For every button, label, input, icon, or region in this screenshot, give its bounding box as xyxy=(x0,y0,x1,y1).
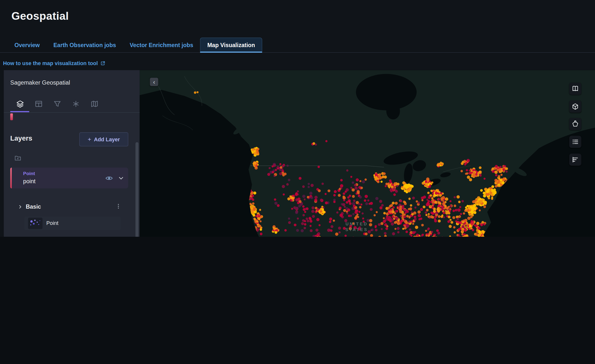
layers-tab[interactable] xyxy=(16,100,24,108)
page-title: Geospatial xyxy=(11,10,69,22)
add-layer-group-icon[interactable] xyxy=(14,154,22,162)
table-tab[interactable] xyxy=(35,100,43,108)
sidebar-scrollbar-thumb[interactable] xyxy=(135,142,138,237)
collapse-chevron-icon: ‹ xyxy=(153,79,155,85)
draw-polygon-button[interactable] xyxy=(569,118,581,130)
tab-map-visualization[interactable]: Map Visualization xyxy=(200,37,262,53)
map-legend-button[interactable] xyxy=(569,154,581,166)
help-link-label: How to use the map visualization tool xyxy=(3,60,98,66)
basemap xyxy=(140,70,595,237)
basemap-icon xyxy=(90,100,99,108)
hudson-bay xyxy=(356,74,417,110)
bar-chart-icon xyxy=(572,156,579,164)
layer-name: point xyxy=(23,178,36,184)
legend-list-button[interactable] xyxy=(569,136,581,148)
map-side-panel: Sagemaker Geospatial xyxy=(4,70,140,237)
interaction-tab[interactable] xyxy=(72,100,80,108)
split-map-icon xyxy=(572,85,579,92)
side-panel-title: Sagemaker Geospatial xyxy=(10,79,70,86)
map-canvas[interactable]: UNITED STATESMEXICOCUBAGUATEMALA ‹ xyxy=(140,70,595,237)
add-layer-label: Add Layer xyxy=(94,136,120,143)
tab-vector-enrichment-jobs[interactable]: Vector Enrichment jobs xyxy=(123,37,200,52)
split-map-button[interactable] xyxy=(569,83,581,95)
filter-icon xyxy=(53,100,61,108)
point-type-icon xyxy=(28,218,42,229)
toggle-3d-button[interactable] xyxy=(569,100,581,112)
layer-type-selector[interactable]: Point xyxy=(24,217,121,230)
layer-dataset-name: Point xyxy=(23,171,35,176)
dataset-color-indicator xyxy=(10,113,13,120)
collapse-panel-button[interactable]: ‹ xyxy=(150,78,158,86)
plus-icon: + xyxy=(88,136,91,143)
tab-earth-observation-jobs[interactable]: Earth Observation jobs xyxy=(47,37,123,52)
panel-divider xyxy=(4,112,140,113)
tab-overview[interactable]: Overview xyxy=(8,37,47,52)
tab-bar: Overview Earth Observation jobs Vector E… xyxy=(0,37,595,53)
draw-polygon-icon xyxy=(572,120,579,128)
map-label: UNITED STATES xyxy=(345,221,368,233)
layer-card[interactable]: Point point xyxy=(10,168,128,189)
table-icon xyxy=(35,100,43,108)
layer-type-label: Point xyxy=(46,220,58,226)
layers-icon xyxy=(16,100,24,108)
visibility-eye-icon[interactable] xyxy=(105,174,113,182)
james-bay xyxy=(386,103,400,120)
list-icon xyxy=(572,138,579,146)
basemap-tab[interactable] xyxy=(90,100,99,108)
interaction-icon xyxy=(72,100,80,108)
external-link-icon xyxy=(100,61,106,66)
cube-3d-icon xyxy=(572,103,579,110)
layers-heading: Layers xyxy=(10,135,32,143)
app-window: Geospatial Overview Earth Observation jo… xyxy=(0,0,595,237)
help-link[interactable]: How to use the map visualization tool xyxy=(3,60,105,66)
filter-tab[interactable] xyxy=(53,100,61,108)
basic-section-label: Basic xyxy=(26,203,41,210)
chevron-down-icon[interactable] xyxy=(118,175,125,182)
basic-menu-kebab-icon[interactable] xyxy=(115,203,122,209)
basic-expand-chevron-icon[interactable] xyxy=(18,204,23,209)
add-layer-button[interactable]: + Add Layer xyxy=(79,132,128,146)
